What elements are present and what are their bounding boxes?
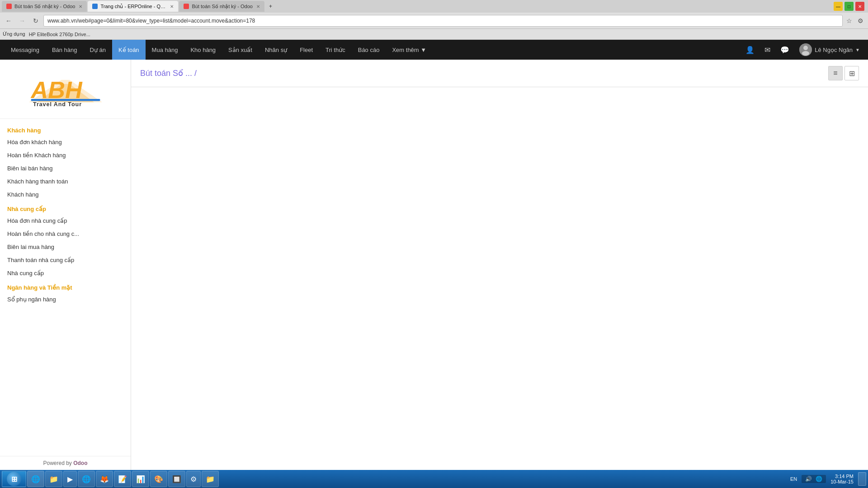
sidebar-item-thanh-toan-nha-cung-cap[interactable]: Thanh toán nhà cung cấp	[0, 253, 131, 267]
sidebar: ABH Travel And Tour Khách hàng Hóa đơn k…	[0, 60, 131, 470]
sidebar-item-khach-hang-thanh-toan[interactable]: Khách hàng thanh toán	[0, 175, 131, 188]
top-nav: Messaging Bán hàng Dự án Kế toán Mua hàn…	[0, 40, 868, 60]
section-title-nha-cung-cap: Nhà cung cấp	[0, 201, 131, 214]
main-content: Bút toán Sổ ... / ≡ ⊞	[131, 60, 868, 470]
sidebar-item-hoan-tien-khach-hang[interactable]: Hoàn tiền Khách hàng	[0, 149, 131, 162]
refresh-button[interactable]: ↻	[30, 15, 42, 27]
view-toggle: ≡ ⊞	[828, 66, 859, 80]
nav-ban-hang[interactable]: Bán hàng	[46, 40, 84, 60]
nav-kho-hang[interactable]: Kho hàng	[184, 40, 222, 60]
sidebar-item-hoan-tien-nha-cung-cap[interactable]: Hoàn tiền cho nhà cung c...	[0, 227, 131, 240]
tools-icon[interactable]: ⚙	[856, 16, 865, 25]
section-title-ngan-hang: Ngân hàng và Tiền mặt	[0, 280, 131, 293]
svg-rect-6	[31, 99, 100, 101]
svg-text:Travel And Tour: Travel And Tour	[33, 101, 82, 108]
svg-point-2	[802, 51, 809, 56]
list-view-button[interactable]: ≡	[828, 66, 843, 80]
user-avatar	[799, 43, 812, 56]
nav-mua-hang[interactable]: Mua hàng	[146, 40, 184, 60]
mail-icon[interactable]: ✉	[761, 44, 774, 56]
nav-bao-cao[interactable]: Báo cáo	[352, 40, 386, 60]
maximize-button[interactable]: □	[844, 2, 854, 11]
nav-tri-thuc[interactable]: Tri thức	[319, 40, 352, 60]
user-name: Lê Ngọc Ngân	[815, 47, 853, 53]
tab-close-3[interactable]: ✕	[256, 4, 260, 9]
nav-xem-them[interactable]: Xem thêm ▼	[386, 40, 433, 60]
sidebar-item-hoa-don-khach-hang[interactable]: Hóa đơn khách hàng	[0, 136, 131, 149]
page-layout: ABH Travel And Tour Khách hàng Hóa đơn k…	[0, 60, 868, 470]
tab-close-1[interactable]: ✕	[79, 4, 82, 9]
user-dropdown-icon: ▼	[855, 47, 860, 52]
browser-tab-1[interactable]: Bút toán Số nhật ký - Odoo ✕	[2, 1, 87, 12]
sidebar-item-hoa-don-nha-cung-cap[interactable]: Hóa đơn nhà cung cấp	[0, 214, 131, 227]
nav-du-an[interactable]: Dự án	[84, 40, 112, 60]
browser-toolbar: ← → ↻ ☆ ⚙	[0, 13, 868, 29]
nav-right: 👤 ✉ 💬 Lê Ngọc Ngân ▼	[742, 43, 863, 56]
content-body	[131, 87, 868, 470]
svg-point-1	[803, 46, 808, 50]
browser-toolbar-icons: ☆ ⚙	[844, 16, 865, 25]
abh-logo: ABH Travel And Tour	[25, 69, 106, 109]
star-icon[interactable]: ☆	[844, 16, 854, 25]
section-title-khach-hang: Khách hàng	[0, 122, 131, 136]
browser-tab-2[interactable]: Trang chủ - ERPOnline - Qu... ✕	[88, 1, 178, 12]
bookmark-apps[interactable]: Ứng dụng	[3, 31, 25, 37]
sidebar-logo: ABH Travel And Tour	[0, 60, 131, 119]
kanban-view-button[interactable]: ⊞	[844, 66, 859, 80]
sidebar-item-nha-cung-cap[interactable]: Nhà cung cấp	[0, 267, 131, 280]
sidebar-item-khach-hang[interactable]: Khách hàng	[0, 188, 131, 201]
content-header: Bút toán Sổ ... / ≡ ⊞	[131, 60, 868, 87]
back-button[interactable]: ←	[3, 15, 14, 27]
nav-fleet[interactable]: Fleet	[293, 40, 319, 60]
breadcrumb: Bút toán Sổ ... /	[140, 68, 197, 78]
minimize-button[interactable]: —	[834, 2, 843, 11]
breadcrumb-text: Bút toán Sổ ... /	[140, 69, 197, 78]
nav-messaging[interactable]: Messaging	[5, 40, 46, 60]
sidebar-item-so-phu-ngan-hang[interactable]: Sổ phụ ngân hàng	[0, 293, 131, 306]
bookmark-hp[interactable]: HP EliteBook 2760p Drive...	[29, 32, 90, 37]
forward-button[interactable]: →	[16, 15, 28, 27]
sidebar-scroll: Khách hàng Hóa đơn khách hàng Hoàn tiền …	[0, 119, 131, 456]
browser-tab-3[interactable]: Bút toán Số nhật ký - Odoo ✕	[179, 1, 264, 12]
nav-ke-toan[interactable]: Kế toán	[112, 40, 146, 60]
sidebar-item-bien-lai-mua-hang[interactable]: Biên lai mua hàng	[0, 240, 131, 253]
browser-tab-new[interactable]: +	[265, 1, 279, 12]
sidebar-item-bien-lai-ban-hang[interactable]: Biên lai bán hàng	[0, 162, 131, 175]
address-bar[interactable]	[43, 15, 843, 27]
tab-close-2[interactable]: ✕	[170, 4, 174, 9]
browser-title-bar: Bút toán Số nhật ký - Odoo ✕ Trang chủ -…	[0, 0, 868, 13]
chat-icon[interactable]: 💬	[777, 44, 793, 56]
nav-nhan-su[interactable]: Nhân sự	[259, 40, 293, 60]
user-menu[interactable]: Lê Ngọc Ngân ▼	[796, 43, 863, 56]
close-button[interactable]: ✕	[855, 2, 864, 11]
nav-san-xuat[interactable]: Sản xuất	[222, 40, 259, 60]
app-container: Messaging Bán hàng Dự án Kế toán Mua hàn…	[0, 40, 868, 470]
login-icon[interactable]: 👤	[742, 44, 758, 56]
odoo-brand: Odoo	[73, 460, 87, 466]
bookmarks-bar: Ứng dụng HP EliteBook 2760p Drive...	[0, 29, 868, 40]
sidebar-footer: Powered by Odoo	[0, 456, 131, 470]
